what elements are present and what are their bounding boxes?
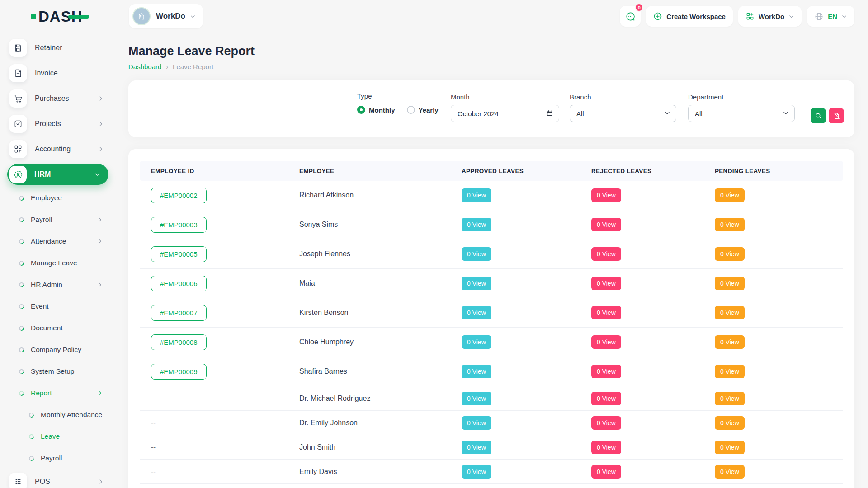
rejected-badge[interactable]: 0 View — [591, 218, 621, 231]
save-icon — [9, 39, 27, 57]
approved-badge[interactable]: 0 View — [462, 218, 491, 231]
employee-id-dash: -- — [151, 419, 156, 427]
chevron-down-icon — [841, 14, 847, 19]
cart-icon — [9, 89, 27, 108]
approved-badge[interactable]: 0 View — [462, 277, 491, 290]
sidebar-item-system-setup[interactable]: System Setup — [0, 361, 118, 382]
rejected-badge[interactable]: 0 View — [591, 306, 621, 319]
brand-name: DASH — [38, 9, 83, 24]
approved-badge[interactable]: 0 View — [462, 416, 491, 430]
table-row: #EMP00002 Richard Atkinson 0 View 0 View… — [140, 181, 843, 210]
clear-filter-button[interactable] — [829, 108, 844, 123]
sidebar-item-company-policy[interactable]: Company Policy — [0, 339, 118, 361]
rejected-badge[interactable]: 0 View — [591, 416, 621, 430]
approved-badge[interactable]: 0 View — [462, 441, 491, 454]
rejected-badge[interactable]: 0 View — [591, 247, 621, 261]
pending-badge[interactable]: 0 View — [715, 441, 745, 454]
employee-name: Dr. Michael Rodriguez — [299, 394, 462, 403]
rejected-badge[interactable]: 0 View — [591, 441, 621, 454]
sidebar-item-manage-leave[interactable]: Manage Leave — [0, 252, 118, 274]
rejected-badge[interactable]: 0 View — [591, 188, 621, 202]
chevron-down-icon — [190, 14, 196, 19]
sidebar-item-event[interactable]: Event — [0, 296, 118, 317]
clear-filter-icon — [833, 112, 840, 120]
approved-badge[interactable]: 0 View — [462, 247, 491, 261]
messages-button[interactable]: 0 — [620, 6, 641, 27]
workdo-menu-button[interactable]: WorkDo — [738, 6, 802, 27]
pending-badge[interactable]: 0 View — [715, 277, 745, 290]
pending-badge[interactable]: 0 View — [715, 392, 745, 405]
pending-badge[interactable]: 0 View — [715, 218, 745, 231]
sidebar-item-hr-admin[interactable]: HR Admin — [0, 274, 118, 296]
sidebar-item-retainer[interactable]: Retainer — [0, 35, 118, 61]
breadcrumb-current: Leave Report — [173, 63, 213, 70]
pending-badge[interactable]: 0 View — [715, 365, 745, 378]
employee-id-dash: -- — [151, 394, 156, 402]
brand-logo[interactable]: DASH — [31, 9, 83, 24]
pending-badge[interactable]: 0 View — [715, 247, 745, 261]
pending-badge[interactable]: 0 View — [715, 416, 745, 430]
workspace-selector[interactable]: WorkDo — [129, 4, 203, 28]
rejected-badge[interactable]: 0 View — [591, 392, 621, 405]
chevron-right-icon — [97, 216, 103, 223]
employee-name: Sonya Sims — [299, 221, 462, 229]
sidebar-item-payroll[interactable]: Payroll — [0, 209, 118, 230]
chevron-down-icon — [788, 14, 794, 19]
invoice-icon — [9, 64, 27, 82]
rejected-badge[interactable]: 0 View — [591, 465, 621, 479]
sidebar-item-purchases[interactable]: Purchases — [0, 86, 118, 111]
employee-id-pill[interactable]: #EMP00005 — [151, 246, 207, 262]
sidebar-item-projects[interactable]: Projects — [0, 111, 118, 136]
month-input[interactable]: October 2024 — [451, 105, 559, 122]
pending-badge[interactable]: 0 View — [715, 335, 745, 349]
sidebar-item-monthly-attendance[interactable]: Monthly Attendance — [0, 404, 118, 426]
sidebar-item-accounting[interactable]: Accounting — [0, 136, 118, 162]
pending-badge[interactable]: 0 View — [715, 188, 745, 202]
employee-id-pill[interactable]: #EMP00007 — [151, 305, 207, 321]
sidebar-item-leave[interactable]: Leave — [0, 426, 118, 447]
breadcrumb-dashboard-link[interactable]: Dashboard — [128, 63, 161, 70]
employee-id-pill[interactable]: #EMP00002 — [151, 188, 207, 203]
table-row: -- Emily Davis 0 View 0 View 0 View — [140, 460, 843, 484]
chevron-right-icon — [97, 390, 103, 396]
sidebar-item-pos[interactable]: POS — [0, 469, 118, 488]
sidebar-item-hrm[interactable]: HRM — [0, 162, 118, 187]
rejected-badge[interactable]: 0 View — [591, 335, 621, 349]
pending-badge[interactable]: 0 View — [715, 306, 745, 319]
radio-monthly[interactable]: Monthly — [357, 106, 395, 114]
sidebar-item-attendance[interactable]: Attendance — [0, 230, 118, 252]
sidebar-item-invoice[interactable]: Invoice — [0, 61, 118, 86]
search-button[interactable] — [811, 108, 826, 123]
employee-id-pill[interactable]: #EMP00003 — [151, 217, 207, 233]
logo-dot-icon — [31, 14, 36, 19]
approved-badge[interactable]: 0 View — [462, 306, 491, 319]
create-workspace-button[interactable]: Create Workspace — [646, 6, 733, 27]
approved-badge[interactable]: 0 View — [462, 188, 491, 202]
rejected-badge[interactable]: 0 View — [591, 365, 621, 378]
employee-id-pill[interactable]: #EMP00009 — [151, 364, 207, 380]
department-select[interactable]: All — [688, 105, 795, 122]
branch-select[interactable]: All — [570, 105, 676, 122]
approved-badge[interactable]: 0 View — [462, 465, 491, 479]
employee-id-pill[interactable]: #EMP00006 — [151, 276, 207, 291]
employee-name: Dr. Emily Johnson — [299, 419, 462, 427]
radio-yearly[interactable]: Yearly — [407, 106, 439, 114]
chevron-right-icon — [98, 95, 104, 102]
chevron-down-icon — [664, 110, 670, 117]
approved-badge[interactable]: 0 View — [462, 365, 491, 378]
rejected-badge[interactable]: 0 View — [591, 277, 621, 290]
sidebar-item-employee[interactable]: Employee — [0, 187, 118, 209]
search-icon — [815, 112, 822, 120]
employee-id-pill[interactable]: #EMP00008 — [151, 334, 207, 350]
sidebar-item-payroll-report[interactable]: Payroll — [0, 447, 118, 469]
approved-badge[interactable]: 0 View — [462, 392, 491, 405]
approved-badge[interactable]: 0 View — [462, 335, 491, 349]
language-selector[interactable]: EN — [807, 6, 854, 27]
sidebar-item-report[interactable]: Report — [0, 382, 118, 404]
sidebar-item-document[interactable]: Document — [0, 317, 118, 339]
table-row: #EMP00005 Joseph Fiennes 0 View 0 View 0… — [140, 239, 843, 269]
table-header-row: EMPLOYEE ID EMPLOYEE APPROVED LEAVES REJ… — [140, 161, 843, 181]
bullet-icon — [18, 324, 25, 331]
pending-badge[interactable]: 0 View — [715, 465, 745, 479]
bullet-icon — [28, 455, 35, 461]
